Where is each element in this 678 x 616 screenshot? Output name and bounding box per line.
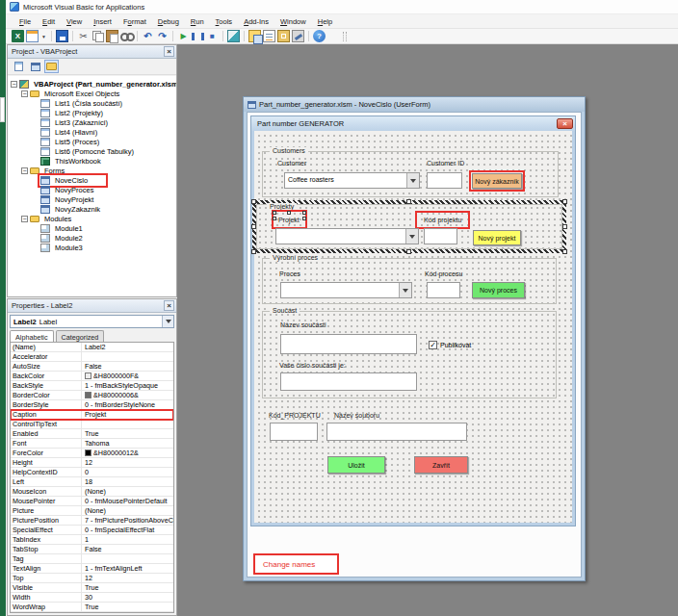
prop-row-helpcontextid[interactable]: HelpContextID0 (11, 468, 173, 477)
tree-item-novecislo[interactable]: NoveCislo (8, 175, 176, 185)
prop-value[interactable]: True (82, 429, 173, 438)
prop-value[interactable]: 12 (82, 458, 173, 467)
menu-run[interactable]: Run (185, 15, 210, 28)
menu-insert[interactable]: Insert (88, 15, 117, 28)
copy-icon[interactable] (91, 30, 104, 42)
userform-window[interactable]: Part number GENERATOR × Customers Custom… (250, 116, 576, 526)
prop-row-borderstyle[interactable]: BorderStyle0 - fmBorderStyleNone (11, 400, 173, 410)
tree-item-list2-projekty[interactable]: List2 (Projekty) (8, 108, 176, 117)
publish-checkbox[interactable]: ✓ Publikovat (429, 341, 471, 349)
prop-value[interactable]: 1 (82, 535, 173, 544)
project-code-label[interactable]: Kód projektu (424, 217, 461, 223)
prop-value[interactable]: 0 - fmBorderStyleNone (82, 400, 173, 409)
prop-row-textalign[interactable]: TextAlign1 - fmTextAlignLeft (11, 564, 173, 574)
prop-value[interactable]: Projekt (82, 410, 173, 419)
prop-row-visible[interactable]: VisibleTrue (11, 583, 173, 593)
prop-value[interactable]: True (82, 603, 173, 611)
prop-value[interactable]: (None) (82, 506, 173, 515)
prop-value[interactable]: 1 - fmTextAlignLeft (82, 564, 173, 573)
selection-handle[interactable] (562, 249, 567, 254)
new-customer-button[interactable]: Nový zákazník (472, 173, 522, 189)
selection-handle[interactable] (273, 217, 276, 220)
prop-value[interactable]: Label2 (82, 343, 173, 351)
project-code-textbox[interactable] (424, 228, 457, 244)
expander-icon[interactable]: − (11, 81, 17, 88)
find-icon[interactable] (120, 30, 133, 42)
your-number-textbox[interactable] (280, 372, 417, 391)
tree-item-list5-proces[interactable]: List5 (Proces) (8, 137, 176, 146)
chevron-down-icon[interactable] (405, 229, 418, 244)
prop-row-tabindex[interactable]: TabIndex1 (11, 535, 173, 545)
prop-row-backcolor[interactable]: BackColor&H8000000F& (11, 372, 173, 381)
close-form-button[interactable]: Zavřít (414, 456, 468, 474)
prop-value[interactable]: 0 (82, 468, 173, 476)
tree-item-thisworkbook[interactable]: ThisWorkbook (8, 156, 176, 166)
tree-item-list4-hlavn[interactable]: List4 (Hlavní) (8, 127, 176, 137)
menu-tools[interactable]: Tools (210, 15, 239, 28)
userform-canvas[interactable]: Customers Customer Coffee roasters Custo… (254, 131, 572, 523)
tree-item-list1-sla-sou-st[interactable]: List1 (Čísla součástí) (8, 98, 176, 108)
expander-icon[interactable]: − (21, 90, 28, 97)
tree-item-novyprojekt[interactable]: NovyProjekt (8, 194, 176, 204)
prop-row-mousepointer[interactable]: MousePointer0 - fmMousePointerDefault (11, 497, 173, 506)
process-combobox[interactable] (280, 282, 412, 298)
tree-item-module3[interactable]: Module3 (8, 243, 176, 252)
customer-id-label[interactable]: Customer ID (427, 160, 464, 167)
designer-titlebar[interactable]: Part_number_generator.xlsm - NoveCislo (… (244, 97, 585, 112)
process-code-textbox[interactable] (427, 282, 460, 298)
menu-debug[interactable]: Debug (152, 15, 185, 28)
userform-titlebar[interactable]: Part number GENERATOR × (251, 116, 575, 131)
insert-userform-icon[interactable] (26, 30, 39, 42)
cut-icon[interactable]: ✂ (77, 30, 90, 42)
menu-add-ins[interactable]: Add-Ins (238, 15, 274, 28)
prop-value[interactable]: False (82, 362, 173, 371)
prop-row-autosize[interactable]: AutoSizeFalse (11, 362, 173, 372)
project-panel-close-button[interactable]: × (164, 46, 174, 57)
chevron-down-icon[interactable] (406, 173, 419, 188)
project-label[interactable]: Projekt (278, 217, 300, 223)
part-name-label[interactable]: Název součásti (280, 321, 326, 328)
save-button[interactable]: Uložit (327, 456, 385, 474)
chevron-down-icon[interactable] (162, 316, 173, 327)
view-code-button[interactable] (12, 60, 26, 73)
expander-icon[interactable]: − (21, 216, 28, 222)
prop-row-wordwrap[interactable]: WordWrapTrue (11, 603, 173, 612)
prop-row-specialeffect[interactable]: SpecialEffect0 - fmSpecialEffectFlat (11, 526, 173, 535)
prop-value[interactable]: 7 - fmPicturePositionAboveCenter (82, 516, 173, 525)
tree-item-module2[interactable]: Module2 (8, 233, 176, 243)
prop-value[interactable]: 0 - fmMousePointerDefault (82, 497, 173, 505)
selection-handle[interactable] (302, 217, 306, 220)
prop-value[interactable]: 18 (82, 477, 173, 486)
prop-row-top[interactable]: Top12 (11, 574, 173, 583)
customer-id-textbox[interactable] (427, 172, 462, 189)
view-object-button[interactable] (28, 60, 42, 73)
tree-item-forms[interactable]: −Forms (8, 166, 176, 175)
prop-row-accelerator[interactable]: Accelerator (11, 352, 173, 362)
process-code-label[interactable]: Kód procesu (425, 270, 462, 277)
selection-handle[interactable] (406, 249, 411, 254)
redo-icon[interactable]: ↷ (156, 30, 169, 42)
help-icon[interactable]: ? (313, 30, 326, 42)
process-frame[interactable]: Výrobní proces Proces Kód procesu Nový p… (262, 258, 557, 304)
tree-item-list6-pomocn-tabulky[interactable]: List6 (Pomocné Tabulky) (8, 146, 176, 156)
prop-value[interactable]: (None) (82, 487, 173, 496)
save-icon[interactable] (56, 30, 68, 42)
tree-item-microsoft-excel-objects[interactable]: −Microsoft Excel Objects (8, 89, 176, 98)
prop-row-height[interactable]: Height12 (11, 458, 173, 468)
prop-row-tag[interactable]: Tag (11, 554, 173, 564)
selection-handle[interactable] (273, 211, 276, 215)
new-project-button[interactable]: Nový projekt (473, 230, 521, 245)
designer-window[interactable]: Part_number_generator.xlsm - NoveCislo (… (243, 96, 586, 581)
selection-handle[interactable] (562, 224, 567, 229)
prop-row-name[interactable]: (Name)Label2 (11, 343, 173, 352)
tree-item-module1[interactable]: Module1 (8, 223, 176, 233)
project-combobox[interactable] (275, 228, 419, 244)
projects-frame-selection[interactable]: Projekty Projekt Kód projektu (252, 200, 566, 253)
tree-item-list3-z-kazn-ci[interactable]: List3 (Zákazníci) (8, 117, 176, 127)
your-number-label[interactable]: Vaše číslo součásti je: (279, 362, 346, 369)
object-selector-dropdown[interactable]: Label2 Label (10, 315, 174, 328)
tree-item-vbaproject-part-number-generator-xlsm[interactable]: −VBAProject (Part_number_generator.xlsm) (8, 79, 176, 89)
prop-value[interactable]: &H80000006& (82, 391, 173, 399)
menu-file[interactable]: File (13, 15, 37, 28)
projects-frame[interactable]: Projekty Projekt Kód projektu (256, 204, 562, 249)
